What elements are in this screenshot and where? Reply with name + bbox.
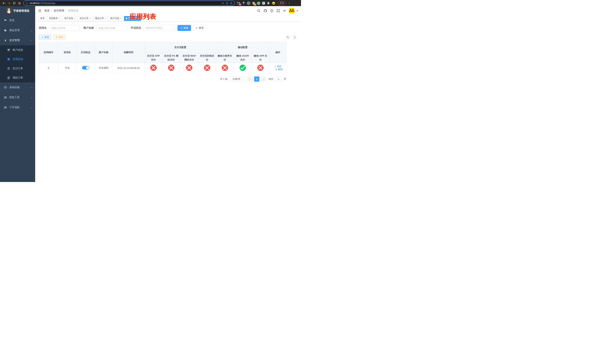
edit-link[interactable]: 修改 xyxy=(274,65,281,68)
tab-refund-order[interactable]: 退款订单× xyxy=(93,16,108,21)
sidebar-collapse-icon[interactable] xyxy=(38,9,42,12)
avatar-caret-icon[interactable] xyxy=(297,10,298,11)
refresh-table-button[interactable] xyxy=(292,35,297,40)
browser-forward-button[interactable] xyxy=(7,1,11,6)
help-icon[interactable] xyxy=(270,9,273,12)
sidebar-submenu: 商户信息应用信息¥支付订单退款订单 xyxy=(0,45,35,82)
extension-kite-icon[interactable] xyxy=(242,1,245,5)
reset-button[interactable]: 重置 xyxy=(193,25,206,31)
browser-back-button[interactable] xyxy=(1,1,6,6)
extensions-puzzle-icon[interactable] xyxy=(267,1,270,5)
tab-label: 商户信息 xyxy=(110,17,119,20)
sidebar-item-workflow[interactable]: 工作流程 xyxy=(0,102,35,112)
cell-config-status xyxy=(198,63,216,73)
column-header: 应用编号 xyxy=(39,42,58,63)
browser-update-button[interactable]: 更新 xyxy=(278,1,286,5)
close-icon[interactable]: × xyxy=(59,17,60,20)
search-button[interactable]: 搜索 xyxy=(178,25,191,31)
prev-page-button[interactable] xyxy=(247,76,253,82)
sidebar-item-merchant-info[interactable]: 商户信息 xyxy=(0,45,35,55)
download-icon xyxy=(55,36,58,38)
close-icon[interactable]: × xyxy=(105,17,106,20)
toggle-search-button[interactable] xyxy=(285,35,290,40)
extension-chat-icon[interactable] xyxy=(262,1,265,5)
sidebar-item-refund-order[interactable]: 退款订单 xyxy=(0,73,35,82)
puzzle-icon xyxy=(267,1,270,5)
merchant-name-input[interactable] xyxy=(96,25,127,31)
sidebar-item-payment[interactable]: ¥支付管理 xyxy=(0,35,35,45)
table-toolbar: 新增 导出 xyxy=(39,35,297,40)
current-page-button[interactable]: 1 xyxy=(254,76,259,82)
sidebar-item-dev-tools[interactable]: 研发工具 xyxy=(0,92,35,102)
tab-pay-order[interactable]: 支付订单× xyxy=(78,16,92,21)
column-header: 支付宝 WAP 网站支付 xyxy=(180,53,198,63)
close-icon[interactable]: × xyxy=(74,17,75,20)
extension-blocks-icon[interactable]: 10 xyxy=(237,1,240,5)
tab-user-group[interactable]: 用户分组× xyxy=(63,16,77,21)
browser-home-button[interactable] xyxy=(17,1,22,6)
column-header: 商户名称 xyxy=(95,42,113,63)
sidebar-logo-row[interactable]: 芋道管理系统 xyxy=(0,6,35,15)
sidebar-item-pay-order[interactable]: ¥支付订单 xyxy=(0,64,35,73)
extension-circle-icon[interactable]: 1 xyxy=(252,1,255,5)
dashboard-icon xyxy=(4,19,7,22)
extensions-area: 10 ⌘ 1 y 更新 xyxy=(237,1,290,5)
close-icon[interactable]: × xyxy=(89,17,91,20)
site-info-icon[interactable] xyxy=(26,2,28,4)
share-icon[interactable] xyxy=(226,2,228,4)
tab-flow-form[interactable]: 流程表单× xyxy=(47,16,62,21)
sidebar-item-label: 基础设施 xyxy=(9,86,31,89)
browser-menu-icon[interactable] xyxy=(289,2,290,4)
browser-reload-button[interactable] xyxy=(12,1,17,6)
page-unit-label: 页 xyxy=(284,77,286,81)
sidebar-item-system[interactable]: 系统管理 xyxy=(0,25,35,35)
password-key-icon[interactable] xyxy=(222,2,224,4)
url-text[interactable]: localhost:1024/pay/app xyxy=(30,2,220,4)
tab-merchant-info[interactable]: 商户信息× xyxy=(109,16,123,21)
goto-page-input[interactable] xyxy=(275,76,282,82)
cell-config-status xyxy=(162,63,180,73)
search-icon xyxy=(180,27,183,29)
tab-home[interactable]: 首页 xyxy=(39,16,46,21)
header-search-icon[interactable] xyxy=(257,9,260,12)
delete-link[interactable]: 删除 xyxy=(275,68,283,71)
column-header: 支付宝 APP 支付 xyxy=(145,53,162,63)
app-name-input[interactable] xyxy=(49,25,80,31)
close-icon[interactable]: × xyxy=(120,17,121,20)
export-button[interactable]: 导出 xyxy=(53,35,65,40)
toolbox-icon xyxy=(4,96,7,99)
cell-config-status xyxy=(180,63,198,73)
address-bar[interactable]: localhost:1024/pay/app xyxy=(23,0,235,6)
sidebar-item-home[interactable]: 首页 xyxy=(0,15,35,25)
extension-y-icon[interactable]: y xyxy=(257,1,260,5)
sidebar-item-infrastructure[interactable]: 基础设施 xyxy=(0,82,35,92)
browser-profile-avatar[interactable] xyxy=(272,1,275,5)
gear-icon xyxy=(4,29,7,32)
table-row: 6芋道芋道源码2021-10-23 08:49:25修改删除 xyxy=(39,63,286,73)
bookmark-star-icon[interactable] xyxy=(230,2,233,4)
chevron-right-icon xyxy=(262,78,264,80)
github-icon[interactable] xyxy=(264,9,267,12)
font-size-icon[interactable]: TT xyxy=(283,10,286,12)
breadcrumb-item[interactable]: 支付管理 xyxy=(54,9,64,12)
status-toggle[interactable] xyxy=(82,66,89,70)
cell-actions: 修改删除 xyxy=(269,63,286,73)
user-avatar[interactable] xyxy=(289,8,294,13)
chevron-down-icon xyxy=(31,96,32,98)
breadcrumb-item[interactable]: 应用信息 xyxy=(68,9,78,12)
breadcrumb-item[interactable]: 首页 xyxy=(44,9,50,12)
main-area: 应用列表 首页/支付管理/应用信息 TT 首页流程表单×用户分组×支付订单×退款… xyxy=(35,6,301,182)
app-table: 应用编号应用名开启状态商户名称创建时间支付宝配置微信配置操作支付宝 APP 支付… xyxy=(39,42,286,73)
status-select[interactable]: 请选择开启状态 xyxy=(143,25,176,31)
reload-icon xyxy=(13,2,16,5)
column-header: 应用名 xyxy=(58,42,77,63)
pagination: 共 1 条 10条/页 1 前往 页 xyxy=(39,76,286,82)
sidebar-item-label: 支付管理 xyxy=(9,39,31,42)
sidebar-item-app-info[interactable]: 应用信息 xyxy=(0,55,35,64)
page-size-select[interactable]: 10条/页 xyxy=(230,76,246,82)
extension-command-icon[interactable]: ⌘ xyxy=(247,1,250,5)
fullscreen-icon[interactable] xyxy=(277,9,280,12)
add-button[interactable]: 新增 xyxy=(39,35,51,40)
app-logo xyxy=(6,8,12,14)
next-page-button[interactable] xyxy=(261,76,266,82)
